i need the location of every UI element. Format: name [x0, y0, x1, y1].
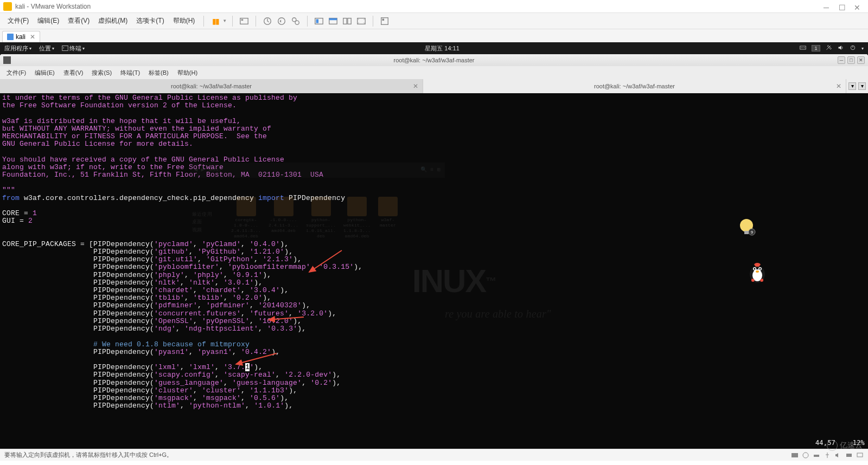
vmware-status-text: 要将输入定向到该虚拟机，请将鼠标指针移入其中或按 Ctrl+G。 — [4, 451, 173, 459]
status-hdd-icon[interactable] — [791, 451, 799, 459]
term-menu-file[interactable]: 文件(F) — [3, 68, 29, 78]
svg-point-5 — [295, 21, 299, 24]
window-close-icon[interactable]: ✕ — [854, 3, 860, 10]
svg-rect-37 — [814, 455, 819, 457]
svg-rect-15 — [62, 46, 68, 51]
kali-panel-applications[interactable]: 应用程序▾ — [4, 44, 31, 53]
volume-icon[interactable] — [838, 44, 844, 52]
svg-rect-0 — [240, 18, 248, 24]
terminal-tab-2[interactable]: root@kali: ~/w3af/w3af-master ✕ — [423, 79, 846, 93]
vmware-menu-edit[interactable]: 编辑(E) — [34, 14, 62, 28]
svg-rect-14 — [382, 18, 385, 21]
terminal-tab-bar: root@kali: ~/w3af/w3af-master ✕ root@kal… — [0, 79, 868, 93]
svg-rect-25 — [744, 231, 749, 234]
library-button[interactable] — [379, 15, 391, 27]
terminal-tab-list-icon[interactable]: ▾ — [858, 82, 866, 90]
vmware-menu-help[interactable]: 帮助(H) — [170, 14, 199, 28]
term-menu-terminal[interactable]: 终端(T) — [117, 68, 143, 78]
terminal-title-bar[interactable]: root@kali: ~/w3af/w3af-master ─ □ ✕ — [0, 54, 868, 66]
status-printer-icon[interactable] — [845, 451, 853, 459]
vmware-menu-bar: 文件(F) 编辑(E) 查看(V) 虚拟机(M) 选项卡(T) 帮助(H) ▮▮… — [0, 13, 868, 29]
fullscreen-button[interactable] — [355, 15, 367, 27]
window-minimize-icon[interactable]: ─ — [824, 3, 830, 10]
vmware-tab-bar: kali ✕ — [0, 29, 868, 42]
console-view-button[interactable] — [327, 15, 339, 27]
terminal-tab-1-label: root@kali: ~/w3af/w3af-master — [171, 83, 252, 89]
svg-rect-10 — [343, 18, 347, 24]
terminal-tab-2-close-icon[interactable]: ✕ — [836, 82, 841, 90]
svg-point-36 — [803, 453, 808, 458]
term-menu-tabs[interactable]: 标签(B) — [145, 68, 172, 78]
vmware-tab-label: kali — [16, 33, 25, 41]
svg-rect-7 — [316, 19, 319, 23]
vmware-menu-view[interactable]: 查看(V) — [65, 14, 93, 28]
terminal-tab-extras: ▾ ▾ — [846, 82, 868, 90]
terminal-menu-bar: 文件(F) 编辑(E) 查看(V) 搜索(S) 终端(T) 标签(B) 帮助(H… — [0, 66, 868, 79]
desktop-qq-icon[interactable] — [744, 259, 770, 285]
snapshot-button[interactable] — [261, 15, 273, 27]
panel-dropdown-icon[interactable]: ▾ — [861, 46, 864, 51]
vmware-app-icon — [3, 2, 12, 11]
terminal-tab-1-close-icon[interactable]: ✕ — [413, 82, 418, 90]
desktop-notification-icon[interactable]: 9 — [733, 216, 760, 242]
svg-point-18 — [802, 47, 803, 48]
workspace-indicator[interactable]: 1 — [812, 45, 820, 51]
terminal-new-tab-icon[interactable]: ▾ — [848, 82, 856, 90]
power-icon[interactable] — [850, 44, 856, 52]
svg-point-34 — [756, 270, 759, 273]
vmware-menu-tabs[interactable]: 选项卡(T) — [133, 14, 167, 28]
vmware-title-text: kali - VMware Workstation — [15, 3, 824, 10]
term-menu-view[interactable]: 查看(V) — [60, 68, 87, 78]
svg-point-19 — [804, 47, 805, 48]
manage-snapshot-button[interactable] — [290, 15, 302, 27]
status-usb-icon[interactable] — [824, 451, 831, 459]
svg-rect-35 — [792, 453, 798, 457]
term-menu-help[interactable]: 帮助(H) — [174, 68, 201, 78]
keyboard-indicator-icon[interactable] — [800, 44, 806, 52]
term-menu-edit[interactable]: 编辑(E) — [31, 68, 58, 78]
svg-rect-1 — [241, 19, 244, 21]
status-message-icon[interactable] — [856, 451, 864, 459]
pause-dropdown-icon[interactable]: ▼ — [222, 18, 227, 23]
terminal-minimize-button[interactable]: ─ — [838, 56, 845, 64]
vmware-status-bar: 要将输入定向到该虚拟机，请将鼠标指针移入其中或按 Ctrl+G。 — [0, 449, 868, 461]
tab-close-icon[interactable]: ✕ — [30, 33, 35, 41]
kali-panel-terminal[interactable]: 终端▾ — [62, 44, 85, 53]
page-watermark: 亿速云 — [827, 440, 863, 451]
status-cd-icon[interactable] — [802, 451, 809, 459]
unity-button[interactable] — [341, 15, 353, 27]
vmware-menu-file[interactable]: 文件(F) — [4, 14, 32, 28]
terminal-close-button[interactable]: ✕ — [857, 56, 865, 64]
watermark-text: 亿速云 — [840, 441, 863, 450]
terminal-title-text: root@kali: ~/w3af/w3af-master — [393, 57, 474, 63]
desktop-bg-subtitle: re you are able to hear" — [445, 310, 551, 318]
send-ctrl-alt-del-button[interactable] — [238, 15, 250, 27]
term-menu-search[interactable]: 搜索(S) — [88, 68, 115, 78]
svg-rect-38 — [846, 454, 852, 457]
svg-point-33 — [760, 268, 761, 270]
desktop-bg-text: INUX™ — [412, 277, 495, 285]
svg-point-3 — [278, 17, 285, 24]
status-net-icon[interactable] — [813, 451, 820, 459]
vmware-menu-vm[interactable]: 虚拟机(M) — [95, 14, 131, 28]
kali-panel-clock[interactable]: 星期五 14:11 — [85, 44, 800, 53]
terminal-window: root@kali: ~/w3af/w3af-master ─ □ ✕ 文件(F… — [0, 54, 868, 449]
svg-point-17 — [801, 47, 802, 48]
guest-desktop[interactable]: 应用程序▾ 位置▾ 终端▾ 星期五 14:11 1 ▾ root@kali: ~… — [0, 42, 868, 449]
status-sound-icon[interactable] — [834, 451, 842, 459]
terminal-tab-1[interactable]: root@kali: ~/w3af/w3af-master ✕ — [0, 79, 423, 93]
terminal-body[interactable]: it under the terms of the GNU General Pu… — [0, 93, 868, 449]
terminal-maximize-button[interactable]: □ — [847, 56, 855, 64]
terminal-tab-2-label: root@kali: ~/w3af/w3af-master — [594, 83, 675, 89]
window-maximize-icon[interactable]: ☐ — [839, 3, 845, 10]
license-comment: it under the terms of the GNU General Pu… — [2, 94, 323, 194]
vmware-title-bar: kali - VMware Workstation ─ ☐ ✕ — [0, 0, 868, 13]
fit-guest-button[interactable] — [313, 15, 325, 27]
kali-panel-places[interactable]: 位置▾ — [39, 44, 54, 53]
svg-rect-9 — [329, 18, 337, 20]
pause-button[interactable]: ▮▮ — [209, 15, 221, 27]
svg-text:9: 9 — [751, 230, 754, 235]
revert-snapshot-button[interactable] — [276, 15, 288, 27]
settings-icon[interactable] — [826, 44, 832, 52]
vmware-tab-kali[interactable]: kali ✕ — [2, 31, 40, 42]
